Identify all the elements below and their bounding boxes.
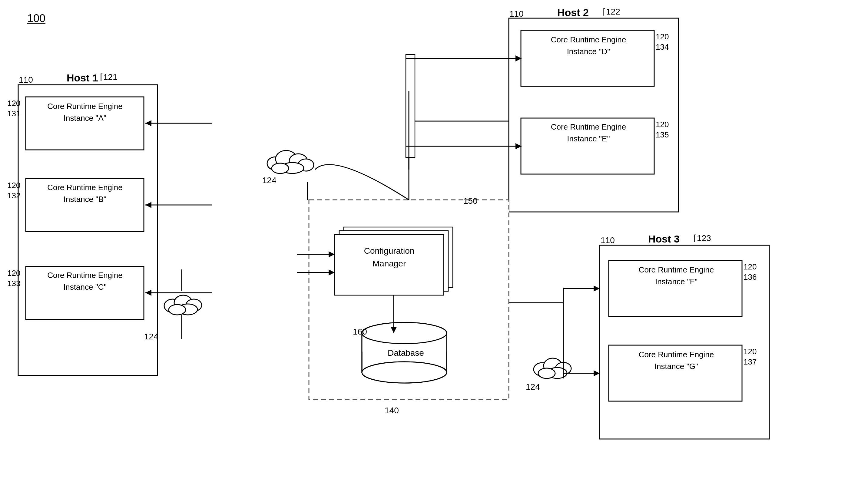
svg-point-20 <box>362 362 447 383</box>
svg-rect-10 <box>309 200 509 399</box>
inst-a-ref-131: 131 <box>7 109 20 118</box>
svg-point-22 <box>164 299 181 312</box>
inst-g-ref-137: 137 <box>744 357 756 366</box>
svg-point-32 <box>272 163 289 173</box>
inst-f-text: Core Runtime EngineInstance "F" <box>611 264 742 288</box>
svg-point-34 <box>544 358 562 373</box>
dashed-box-ref-140: 140 <box>385 406 399 415</box>
host3-ref-123: ⌈123 <box>694 233 711 243</box>
diagram: 100 110 Host 1 ⌈121 120 131 Core Runtime… <box>0 0 868 495</box>
inst-g-ref-120: 120 <box>744 347 756 356</box>
svg-marker-39 <box>146 120 151 126</box>
svg-point-14 <box>362 322 447 344</box>
svg-point-25 <box>178 304 198 315</box>
inst-a-ref-120: 120 <box>7 99 20 108</box>
host1-label: Host 1 <box>67 72 98 84</box>
svg-marker-55 <box>329 251 335 257</box>
host2-ref-122: ⌈122 <box>603 7 620 17</box>
config-manager-text: ConfigurationManager <box>338 245 441 270</box>
svg-point-16 <box>362 362 447 383</box>
svg-marker-48 <box>515 55 522 62</box>
host2-ref-110: 110 <box>509 9 524 19</box>
svg-point-29 <box>289 154 307 168</box>
inst-d-ref-120: 120 <box>656 32 669 41</box>
svg-point-30 <box>298 159 314 171</box>
svg-point-36 <box>548 368 567 378</box>
svg-point-28 <box>276 151 297 167</box>
inst-d-ref-134: 134 <box>656 42 669 52</box>
inst-g-text: Core Runtime EngineInstance "G" <box>611 349 742 372</box>
inst-e-ref-120: 120 <box>656 120 669 129</box>
host2-label: Host 2 <box>557 7 589 18</box>
inst-e-ref-135: 135 <box>656 130 669 140</box>
database-ref-160: 160 <box>353 327 367 337</box>
svg-marker-41 <box>146 202 151 208</box>
cloud2-ref: 124 <box>262 176 276 185</box>
svg-point-23 <box>174 295 192 310</box>
host3-label: Host 3 <box>648 233 680 245</box>
config-manager-ref-150: 150 <box>463 196 478 206</box>
svg-marker-65 <box>594 370 600 376</box>
cloud3-ref: 124 <box>526 382 540 392</box>
svg-point-37 <box>538 368 555 378</box>
svg-point-24 <box>186 299 202 311</box>
cloud1-ref: 124 <box>144 332 158 342</box>
inst-b-ref-120: 120 <box>7 181 20 190</box>
svg-marker-50 <box>515 143 522 149</box>
inst-c-ref-120: 120 <box>7 269 20 278</box>
svg-point-21 <box>362 322 447 344</box>
host3-ref-110: 110 <box>600 236 615 245</box>
svg-point-26 <box>169 305 186 315</box>
inst-e-text: Core Runtime EngineInstance "E" <box>523 121 653 145</box>
inst-c-ref-133: 133 <box>7 279 20 288</box>
inst-a-text: Core Runtime EngineInstance "A" <box>28 101 142 124</box>
inst-f-ref-120: 120 <box>744 262 756 272</box>
svg-rect-51 <box>406 54 415 157</box>
svg-rect-0 <box>18 85 157 375</box>
svg-point-27 <box>267 157 284 170</box>
inst-d-text: Core Runtime EngineInstance "D" <box>523 34 653 57</box>
svg-marker-59 <box>391 327 397 333</box>
svg-point-33 <box>534 363 550 376</box>
inst-c-text: Core Runtime EngineInstance "C" <box>28 270 142 293</box>
inst-b-text: Core Runtime EngineInstance "B" <box>28 182 142 205</box>
host1-ref-110: 110 <box>19 75 33 85</box>
svg-marker-43 <box>146 290 151 296</box>
figure-number: 100 <box>27 12 46 25</box>
inst-f-ref-136: 136 <box>744 272 756 282</box>
database-text: Database <box>378 348 433 358</box>
svg-point-35 <box>556 362 571 375</box>
inst-b-ref-132: 132 <box>7 191 20 201</box>
host1-ref-121: ⌈121 <box>100 72 118 82</box>
svg-marker-57 <box>329 270 335 275</box>
svg-marker-63 <box>594 286 600 292</box>
svg-point-31 <box>281 163 304 173</box>
